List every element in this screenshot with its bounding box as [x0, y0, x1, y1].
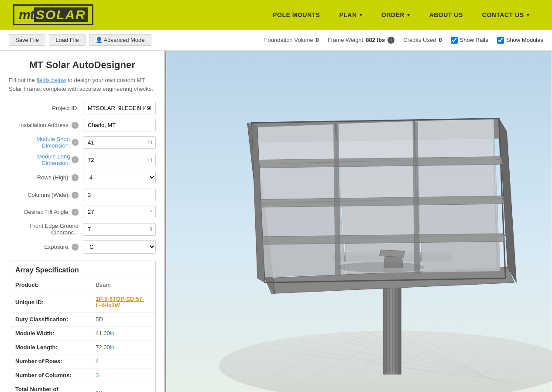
frame-weight-stat: Frame Weight 882 lbs i: [328, 37, 395, 44]
spec-label: Product:: [9, 278, 89, 292]
tilt-label: Desired Tilt Angle: i: [9, 209, 83, 216]
show-rails-checkbox[interactable]: [451, 37, 458, 44]
array-spec-title: Array Specification: [9, 261, 155, 278]
frame-weight-info-icon[interactable]: i: [387, 37, 394, 44]
nav-about-us[interactable]: ABOUT US: [420, 0, 473, 30]
spec-value: 3: [89, 368, 155, 382]
spec-label: Duty Classification:: [9, 313, 89, 327]
chevron-down-icon: ▾: [407, 12, 410, 18]
columns-input[interactable]: [83, 189, 156, 201]
columns-highlight: 3: [96, 372, 99, 378]
show-modules-checkbox[interactable]: [497, 37, 504, 44]
spec-label: Total Number of Modules:: [9, 382, 89, 392]
project-id-input[interactable]: [83, 102, 156, 114]
unit-highlight: in: [110, 330, 114, 337]
rows-select[interactable]: 123456: [83, 171, 156, 184]
save-file-button[interactable]: Save File: [9, 34, 45, 46]
spec-value: 4: [89, 354, 155, 368]
spec-row-product: Product: Beam: [9, 278, 155, 292]
svg-marker-39: [258, 163, 339, 204]
columns-row: Columns (Wide): i: [9, 189, 156, 201]
logo-box: mtSOLAR: [13, 4, 93, 25]
module-long-info-icon[interactable]: i: [72, 156, 79, 163]
credits-used-stat: Credits Used 0: [403, 37, 442, 43]
module-long-input-wrap: in: [83, 154, 156, 166]
sidebar-description: Fill out the fields below to design your…: [9, 76, 156, 93]
spec-label: Module Width:: [9, 327, 89, 340]
columns-label: Columns (Wide): i: [9, 192, 83, 199]
tilt-row: Desired Tilt Angle: i °: [9, 206, 156, 218]
solar-panel-3d-render: [166, 51, 552, 392]
svg-marker-38: [415, 118, 495, 158]
fields-link[interactable]: fields below: [37, 77, 66, 83]
unique-id-link[interactable]: 1P-0-6TOP-SD-57-L-4Hx3W: [96, 296, 144, 309]
nav-order[interactable]: ORDER▾: [372, 0, 420, 30]
spec-value: Beam: [89, 278, 155, 292]
project-id-row: Project ID:: [9, 102, 156, 114]
spec-row-total-modules: Total Number of Modules: 12: [9, 382, 155, 392]
clearance-unit: ft: [149, 226, 152, 232]
exposure-label: Exposure: i: [9, 244, 83, 251]
exposure-info-icon[interactable]: i: [72, 244, 79, 251]
user-icon: 👤: [96, 37, 103, 43]
module-short-input[interactable]: [83, 136, 156, 149]
toolbar-actions: Save File Load File 👤 Advanced Mode: [9, 34, 151, 46]
exposure-select[interactable]: BCD: [83, 240, 156, 254]
spec-value: 41.00in: [89, 327, 155, 340]
advanced-mode-button[interactable]: 👤 Advanced Mode: [89, 34, 151, 46]
spec-value: 1P-0-6TOP-SD-57-L-4Hx3W: [89, 292, 155, 313]
module-long-unit: in: [148, 157, 152, 163]
project-id-input-wrap: [83, 102, 156, 114]
svg-marker-56: [380, 250, 405, 257]
address-label: Installation Address: i: [9, 122, 83, 129]
tilt-input-wrap: °: [83, 206, 156, 218]
spec-row-duty: Duty Classification: 5D: [9, 313, 155, 327]
main-layout: MT Solar AutoDesigner Fill out the field…: [0, 51, 552, 392]
clearance-label: Front Edge Ground Clearanc...: [9, 223, 83, 236]
module-short-row: Module Short Dimension: i in: [9, 136, 156, 149]
spec-row-num-rows: Number of Rows: 4: [9, 354, 155, 368]
module-long-input[interactable]: [83, 154, 156, 166]
module-short-unit: in: [148, 139, 152, 145]
rows-label: Rows (High): i: [9, 174, 83, 181]
spec-row-num-cols: Number of Columns: 3: [9, 368, 155, 382]
spec-table: Product: Beam Unique ID: 1P-0-6TOP-SD-57…: [9, 278, 155, 392]
address-input[interactable]: [83, 119, 156, 131]
load-file-button[interactable]: Load File: [49, 34, 85, 46]
rows-info-icon[interactable]: i: [72, 174, 79, 181]
nav-pole-mounts[interactable]: POLE MOUNTS: [263, 0, 329, 30]
toolbar-stats: Foundation Volume 0 Frame Weight 882 lbs…: [264, 37, 543, 44]
nav-contact-us[interactable]: CONTACT US▾: [473, 0, 539, 30]
spec-row-unique-id: Unique ID: 1P-0-6TOP-SD-57-L-4Hx3W: [9, 292, 155, 313]
clearance-input-wrap: ft: [83, 223, 156, 236]
tilt-info-icon[interactable]: i: [72, 209, 79, 216]
tilt-input[interactable]: [83, 206, 156, 218]
show-rails-toggle[interactable]: Show Rails: [451, 37, 488, 44]
address-row: Installation Address: i: [9, 119, 156, 131]
nav-plan[interactable]: PLAN▾: [329, 0, 372, 30]
module-short-info-icon[interactable]: i: [72, 139, 79, 146]
exposure-row: Exposure: i BCD: [9, 240, 156, 254]
page-title: MT Solar AutoDesigner: [9, 59, 156, 71]
address-input-wrap: [83, 119, 156, 131]
module-long-row: Module Long Dimension: i in: [9, 153, 156, 166]
spec-label: Unique ID:: [9, 292, 89, 313]
show-modules-toggle[interactable]: Show Modules: [497, 37, 543, 44]
spec-value: 5D: [89, 313, 155, 327]
3d-viewport[interactable]: [166, 51, 552, 392]
clearance-input[interactable]: [83, 223, 156, 236]
module-short-input-wrap: in: [83, 136, 156, 149]
spec-value: 12: [89, 382, 155, 392]
svg-marker-42: [261, 202, 342, 241]
address-info-icon[interactable]: i: [72, 122, 79, 129]
module-long-label: Module Long Dimension: i: [9, 153, 83, 166]
svg-point-57: [337, 262, 425, 272]
foundation-volume-stat: Foundation Volume 0: [264, 37, 319, 43]
logo[interactable]: mtSOLAR: [13, 4, 263, 25]
columns-info-icon[interactable]: i: [72, 192, 79, 199]
module-short-label: Module Short Dimension: i: [9, 136, 83, 149]
exposure-input-wrap: BCD: [83, 240, 156, 254]
array-specification: Array Specification Product: Beam Unique…: [9, 261, 156, 392]
spec-value: 72.00in: [89, 340, 155, 354]
project-id-label: Project ID:: [9, 105, 83, 111]
